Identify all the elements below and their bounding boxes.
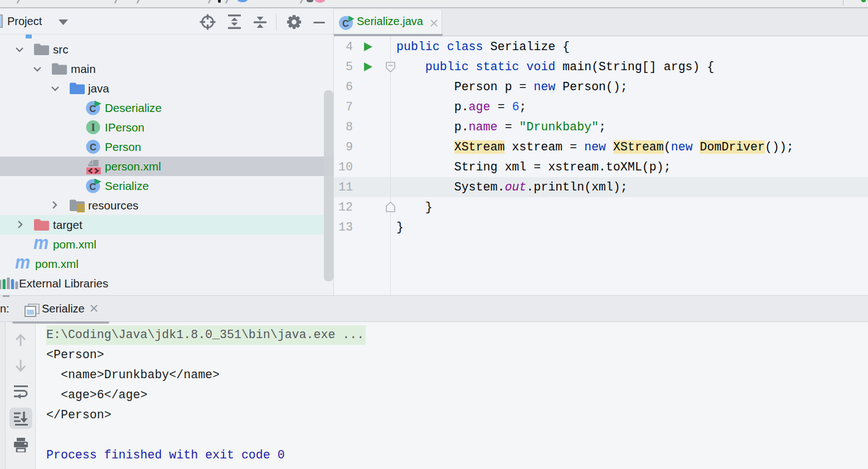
svg-text:C: C [89,182,96,192]
svg-text:C: C [89,104,96,114]
svg-text:C: C [90,142,96,152]
svg-text:I: I [91,122,95,133]
svg-text:C: C [342,18,349,28]
